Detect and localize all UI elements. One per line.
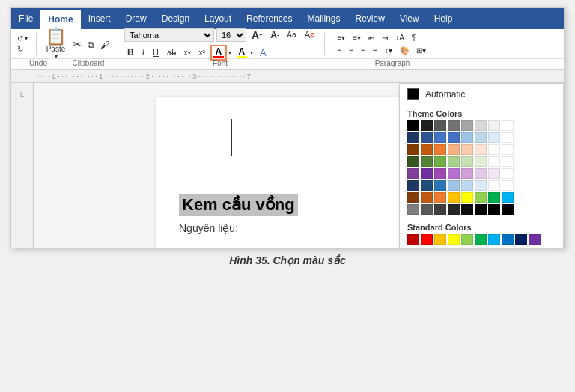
theme-color-swatch[interactable] (461, 204, 473, 215)
indent-right-button[interactable]: ⇥ (379, 32, 391, 43)
standard-color-swatch-8[interactable] (515, 234, 527, 245)
tab-review[interactable]: Review (348, 8, 392, 29)
theme-color-swatch[interactable] (407, 180, 419, 191)
justify-button[interactable]: ≡ (370, 45, 380, 56)
theme-color-swatch[interactable] (434, 192, 446, 203)
cut-button[interactable]: ✂ (70, 37, 84, 52)
numbering-button[interactable]: ≡▾ (350, 32, 364, 43)
theme-color-swatch[interactable] (502, 204, 514, 215)
theme-color-swatch[interactable] (434, 180, 446, 191)
align-center-button[interactable]: ≡ (346, 45, 356, 56)
font-color-button[interactable]: A (210, 45, 227, 61)
auto-color-label[interactable]: Automatic (425, 89, 465, 99)
bullets-button[interactable]: ≡▾ (334, 32, 348, 43)
theme-color-swatch[interactable] (461, 144, 473, 155)
theme-color-swatch[interactable] (434, 144, 446, 155)
theme-color-swatch[interactable] (488, 192, 500, 203)
theme-color-swatch[interactable] (461, 192, 473, 203)
tab-view[interactable]: View (392, 8, 427, 29)
theme-color-swatch[interactable] (475, 132, 487, 143)
theme-color-swatch[interactable] (421, 180, 433, 191)
shrink-font-button[interactable]: A- (267, 28, 282, 42)
theme-color-swatch[interactable] (421, 132, 433, 143)
theme-color-swatch[interactable] (475, 204, 487, 215)
theme-color-swatch[interactable] (502, 120, 514, 131)
theme-color-swatch[interactable] (407, 120, 419, 131)
theme-color-swatch[interactable] (475, 192, 487, 203)
theme-color-swatch[interactable] (488, 144, 500, 155)
tab-file[interactable]: File (11, 8, 40, 29)
theme-color-swatch[interactable] (448, 192, 460, 203)
tab-references[interactable]: References (239, 8, 299, 29)
theme-color-swatch[interactable] (407, 156, 419, 167)
theme-color-swatch[interactable] (488, 120, 500, 131)
grow-font-button[interactable]: A+ (249, 28, 265, 43)
theme-color-swatch[interactable] (407, 132, 419, 143)
theme-color-swatch[interactable] (421, 120, 433, 131)
tab-help[interactable]: Help (427, 8, 460, 29)
tab-design[interactable]: Design (154, 8, 197, 29)
theme-color-swatch[interactable] (488, 132, 500, 143)
theme-color-swatch[interactable] (448, 180, 460, 191)
theme-color-swatch[interactable] (488, 204, 500, 215)
theme-color-swatch[interactable] (461, 156, 473, 167)
format-painter-button[interactable]: 🖌 (98, 37, 112, 52)
show-marks-button[interactable]: ¶ (409, 32, 419, 43)
tab-draw[interactable]: Draw (118, 8, 154, 29)
theme-color-swatch[interactable] (421, 204, 433, 215)
theme-color-swatch[interactable] (502, 192, 514, 203)
underline-button[interactable]: U (150, 46, 162, 58)
standard-color-swatch-1[interactable] (421, 234, 433, 245)
standard-color-swatch-4[interactable] (461, 234, 473, 245)
font-name-select[interactable]: Tahoma (124, 28, 214, 42)
subscript-button[interactable]: x₂ (181, 47, 194, 58)
theme-color-swatch[interactable] (407, 168, 419, 179)
theme-color-swatch[interactable] (421, 168, 433, 179)
theme-color-swatch[interactable] (448, 120, 460, 131)
theme-color-swatch[interactable] (448, 168, 460, 179)
theme-color-swatch[interactable] (461, 168, 473, 179)
theme-color-swatch[interactable] (448, 132, 460, 143)
theme-color-swatch[interactable] (434, 168, 446, 179)
theme-color-swatch[interactable] (475, 168, 487, 179)
theme-color-swatch[interactable] (502, 144, 514, 155)
theme-color-swatch[interactable] (421, 192, 433, 203)
highlight-dropdown[interactable]: ▾ (249, 49, 255, 57)
standard-color-swatch-7[interactable] (502, 234, 514, 245)
align-right-button[interactable]: ≡ (358, 45, 368, 56)
standard-color-swatch-3[interactable] (448, 234, 460, 245)
theme-color-swatch[interactable] (407, 144, 419, 155)
undo-button[interactable]: ↺ ▾ (15, 34, 30, 43)
theme-color-swatch[interactable] (421, 156, 433, 167)
theme-color-swatch[interactable] (475, 120, 487, 131)
change-case-button[interactable]: Aa (284, 29, 299, 40)
standard-color-swatch-9[interactable] (529, 234, 541, 245)
line-spacing-button[interactable]: ↕▾ (382, 45, 395, 56)
theme-color-swatch[interactable] (434, 132, 446, 143)
borders-button[interactable]: ⊞▾ (413, 45, 429, 56)
theme-color-swatch[interactable] (475, 180, 487, 191)
theme-color-swatch[interactable] (448, 144, 460, 155)
theme-color-swatch[interactable] (502, 180, 514, 191)
paste-button[interactable]: 📋 Paste ▾ (43, 27, 69, 61)
theme-color-swatch[interactable] (407, 192, 419, 203)
theme-color-swatch[interactable] (434, 120, 446, 131)
theme-color-swatch[interactable] (434, 204, 446, 215)
bold-button[interactable]: B (124, 46, 137, 59)
theme-color-swatch[interactable] (448, 204, 460, 215)
indent-left-button[interactable]: ⇤ (365, 32, 377, 43)
theme-color-swatch[interactable] (488, 180, 500, 191)
standard-color-swatch-2[interactable] (434, 234, 446, 245)
clear-formatting-button[interactable]: A ⊘ (301, 28, 318, 42)
theme-color-swatch[interactable] (448, 156, 460, 167)
sort-button[interactable]: ↕A (392, 32, 407, 43)
shading-button[interactable]: 🎨 (397, 45, 412, 56)
strikethrough-button[interactable]: ab̶ (164, 47, 179, 58)
theme-color-swatch[interactable] (461, 132, 473, 143)
font-size-select[interactable]: 16 (216, 28, 246, 42)
italic-button[interactable]: I (139, 46, 147, 59)
standard-color-swatch-5[interactable] (475, 234, 487, 245)
tab-layout[interactable]: Layout (197, 8, 239, 29)
highlight-color-button[interactable]: A (235, 46, 249, 59)
copy-button[interactable]: ⧉ (85, 37, 97, 52)
